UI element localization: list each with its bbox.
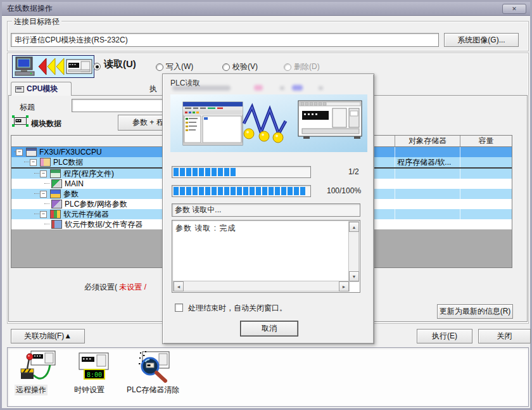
refresh-info-button[interactable]: 更新为最新的信息(R) — [437, 304, 513, 319]
log-box: 参数 读取 : 完成 ▲ ▼ ◄ ► — [172, 220, 360, 293]
module-data-icon — [12, 115, 28, 127]
redacted-blur-blue — [292, 85, 303, 91]
capacity-cell — [460, 157, 512, 167]
tree-collapse-icon[interactable]: − — [40, 170, 47, 177]
redacted-blur-gray — [280, 86, 284, 90]
program-icon — [50, 169, 61, 178]
tab-cpu-module-label: CPU模块 — [27, 84, 58, 94]
device-data-icon — [51, 220, 62, 229]
tab-cpu-module[interactable]: CPU模块 — [11, 82, 72, 96]
clock-setting-label[interactable]: 时钟设置 — [74, 385, 104, 395]
connection-path-field[interactable]: 串行通信CPU模块连接(RS-232C) — [11, 33, 439, 47]
vertical-scrollbar[interactable]: ▲ ▼ — [348, 221, 359, 282]
execute-target-text-fragment: 执 — [149, 84, 157, 94]
not-set-text: 未设置 — [119, 283, 142, 291]
target-memory-cell — [395, 189, 460, 199]
progress-segment — [180, 168, 185, 176]
progress-segment — [300, 187, 305, 195]
progress-segment — [218, 168, 223, 176]
progress-segment — [193, 168, 198, 176]
status-field: 参数 读取中... — [172, 203, 360, 217]
tree-collapse-icon[interactable]: − — [30, 159, 37, 166]
progress-segment — [231, 187, 236, 195]
scroll-down-button[interactable]: ▼ — [349, 271, 359, 281]
plc-memory-clear-label[interactable]: PLC存储器清除 — [127, 385, 179, 395]
progress-segment — [256, 187, 261, 195]
column-target-memory[interactable]: 对象存储器 — [395, 136, 460, 146]
system-image-button[interactable]: 系统图像(G)... — [444, 33, 519, 47]
capacity-cell — [460, 189, 512, 199]
remote-operation-icon[interactable] — [18, 350, 58, 383]
scroll-left-button[interactable]: ◄ — [174, 281, 184, 291]
pc-plc-connection-icon — [12, 55, 94, 78]
tree-item-label: 软元件存储器 — [63, 210, 109, 219]
radio-write[interactable] — [156, 63, 163, 71]
remote-operation-label[interactable]: 远程操作 — [15, 385, 48, 395]
tree-connector — [44, 183, 49, 184]
radio-delete[interactable] — [284, 63, 291, 71]
execute-button[interactable]: 执行(E) — [417, 329, 472, 343]
plc-parameter-icon — [51, 200, 62, 208]
scroll-right-button[interactable]: ► — [339, 281, 349, 291]
connection-path-value: 串行通信CPU模块连接(RS-232C) — [15, 35, 128, 46]
plc-memory-clear-icon[interactable] — [131, 350, 172, 384]
close-button[interactable]: 关闭 — [478, 329, 531, 343]
redacted-blur-pink — [254, 85, 263, 91]
progress-segment — [212, 187, 217, 195]
progress-segment — [262, 187, 267, 195]
progress-segment — [224, 168, 229, 176]
tree-connector — [34, 214, 39, 215]
step-progress-label: 1/2 — [348, 167, 359, 176]
progress-segment — [205, 187, 210, 195]
related-functions-button[interactable]: 关联功能(F)▲ — [11, 329, 85, 343]
target-memory-cell — [395, 199, 460, 209]
progress-segment — [237, 187, 242, 195]
percent-progress-label: 100/100% — [327, 186, 361, 195]
log-text: 参数 读取 : 完成 — [175, 223, 236, 234]
cpu-module-tab-icon — [15, 86, 24, 93]
pc-to-plc-transfer-graphic — [170, 94, 367, 152]
title-field-label: 标题 — [20, 102, 35, 113]
cancel-button[interactable]: 取消 — [241, 321, 298, 336]
radio-verify[interactable] — [222, 63, 230, 71]
target-memory-cell — [395, 179, 460, 189]
horizontal-scrollbar[interactable]: ◄ ► — [173, 281, 350, 291]
auto-close-checkbox-label: 处理结束时，自动关闭窗口。 — [188, 303, 287, 314]
radio-read[interactable] — [93, 63, 101, 70]
clock-setting-icon[interactable]: 8:00 — [75, 351, 112, 383]
device-memory-icon — [50, 210, 61, 219]
tree-connector — [44, 224, 49, 225]
capacity-cell — [460, 209, 512, 219]
status-text: 参数 读取中... — [175, 205, 221, 215]
radio-verify-label: 校验(V) — [232, 61, 258, 72]
tree-collapse-icon[interactable]: − — [16, 149, 23, 156]
progress-segment — [174, 187, 179, 195]
progress-segment — [212, 168, 217, 176]
target-memory-cell — [395, 147, 460, 157]
tree-connector — [14, 151, 15, 153]
auto-close-checkbox[interactable] — [175, 304, 183, 312]
capacity-cell — [460, 199, 512, 209]
progress-segment — [186, 187, 191, 195]
close-window-button[interactable]: ✕ — [502, 4, 526, 14]
column-capacity[interactable]: 容量 — [460, 136, 512, 146]
capacity-cell — [460, 179, 512, 189]
plc-read-dialog: PLC读取 — [162, 74, 374, 344]
tree-collapse-icon[interactable]: − — [40, 211, 47, 218]
radio-read-label: 读取(U) — [104, 58, 136, 70]
progress-segment — [288, 187, 293, 195]
tree-item-label: MAIN — [65, 179, 84, 189]
scroll-up-button[interactable]: ▲ — [349, 222, 359, 232]
module-data-label: 模块数据 — [31, 119, 61, 129]
tree-item-label: FX3U/FX3UCCPU — [39, 148, 102, 157]
clock-display: 8:00 — [87, 371, 102, 378]
cpu-module-icon — [26, 148, 37, 157]
tree-item-label: 参数 — [63, 189, 79, 199]
progress-segment — [186, 168, 191, 176]
tree-connector — [34, 173, 39, 174]
radio-delete-label: 删除(D) — [294, 61, 320, 72]
title-bar[interactable]: 在线数据操作 — [2, 2, 530, 16]
tree-collapse-icon[interactable]: − — [40, 191, 47, 198]
tree-item-label: 程序(程序文件) — [63, 169, 114, 179]
parameter-icon — [50, 189, 61, 198]
